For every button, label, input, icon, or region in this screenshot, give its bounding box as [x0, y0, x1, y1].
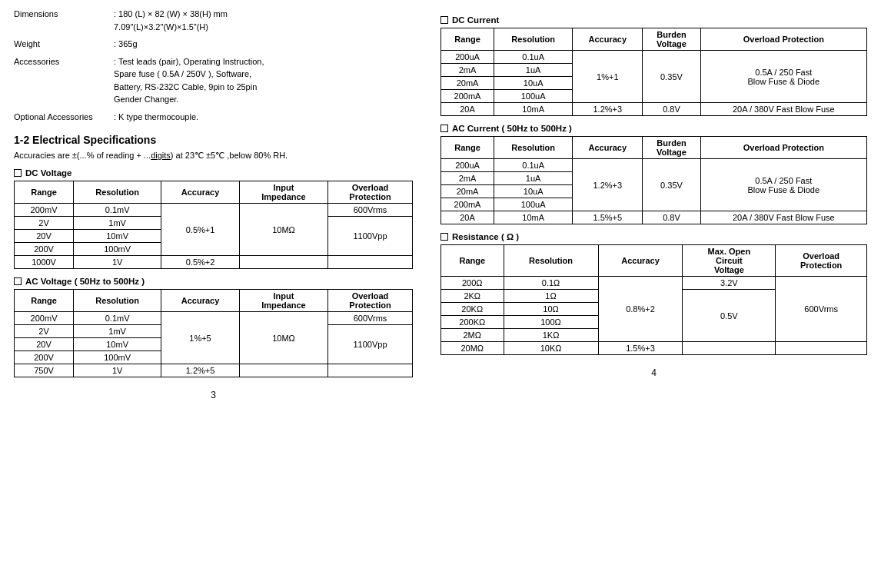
dc-current-col-range: Range	[441, 28, 494, 51]
ac-voltage-checkbox-icon	[14, 277, 22, 285]
optional-accessories-row: Optional Accessories : K type thermocoup…	[14, 111, 413, 124]
dc-voltage-col-impedance: InputImpedance	[239, 181, 327, 204]
dc-voltage-label: DC Voltage	[14, 168, 413, 178]
ac-current-label: AC Current ( 50Hz to 500Hz )	[440, 124, 867, 133]
dimensions-label: Dimensions	[14, 8, 114, 33]
dc-voltage-col-accuracy: Accuracy	[161, 181, 240, 204]
dc-current-col-protection: Overload Protection	[700, 28, 866, 51]
dc-voltage-col-range: Range	[15, 181, 74, 204]
accessories-label: Accessories	[14, 55, 114, 106]
table-row: 200Ω0.1Ω0.8%+23.2V600Vrms	[441, 277, 867, 290]
ac-current-col-range: Range	[441, 137, 494, 159]
dimensions-value: : 180 (L) × 82 (W) × 38(H) mm 7.09"(L)×3…	[114, 8, 413, 33]
ac-voltage-col-range: Range	[15, 290, 74, 312]
dc-current-checkbox-icon	[440, 16, 448, 24]
ac-current-table: Range Resolution Accuracy BurdenVoltage …	[440, 136, 867, 224]
table-row: 200mV0.1mV1%+510MΩ600Vrms	[15, 312, 413, 325]
ac-current-col-protection: Overload Protection	[700, 137, 866, 159]
resistance-label: Resistance ( Ω )	[440, 232, 867, 241]
dc-current-col-accuracy: Accuracy	[573, 28, 643, 51]
table-row: 20A10mA1.2%+30.8V20A / 380V Fast Blow Fu…	[441, 103, 867, 116]
ac-current-checkbox-icon	[440, 125, 448, 132]
electrical-specs-heading: 1-2 Electrical Specifications	[14, 134, 413, 146]
accessories-value: : Test leads (pair), Operating Instructi…	[114, 55, 413, 106]
resistance-col-range: Range	[441, 245, 504, 277]
table-row: 20A10mA1.5%+50.8V20A / 380V Fast Blow Fu…	[441, 211, 867, 224]
dc-current-label: DC Current	[440, 15, 867, 25]
dc-voltage-col-protection: OverloadProtection	[328, 181, 413, 204]
ac-current-col-resolution: Resolution	[494, 137, 573, 159]
table-row: 200uA0.1uA1%+10.35V0.5A / 250 FastBlow F…	[441, 51, 867, 64]
ac-current-col-burden: BurdenVoltage	[643, 137, 700, 159]
resistance-col-resolution: Resolution	[504, 245, 598, 277]
table-row: 1000V1V0.5%+2	[15, 256, 413, 269]
weight-label: Weight	[14, 38, 114, 51]
ac-voltage-table: Range Resolution Accuracy InputImpedance…	[14, 289, 413, 377]
table-row: 750V1V1.2%+5	[15, 364, 413, 377]
ac-current-col-accuracy: Accuracy	[573, 137, 643, 159]
dc-current-col-burden: BurdenVoltage	[643, 28, 700, 51]
page-right: DC Current Range Resolution Accuracy Bur…	[427, 0, 881, 588]
resistance-checkbox-icon	[440, 233, 448, 241]
dc-current-col-resolution: Resolution	[494, 28, 573, 51]
weight-value: : 365g	[114, 38, 413, 51]
table-row: 200mV0.1mV0.5%+110MΩ600Vrms	[15, 204, 413, 217]
dc-current-table: Range Resolution Accuracy BurdenVoltage …	[440, 28, 867, 116]
ac-voltage-label: AC Voltage ( 50Hz to 500Hz )	[14, 277, 413, 286]
dc-voltage-checkbox-icon	[14, 169, 22, 177]
resistance-col-max-open: Max. OpenCircuitVoltage	[683, 245, 776, 277]
ac-voltage-col-impedance: InputImpedance	[239, 290, 327, 312]
dc-voltage-col-resolution: Resolution	[74, 181, 161, 204]
weight-row: Weight : 365g	[14, 38, 413, 51]
ac-voltage-col-protection: OverloadProtection	[328, 290, 413, 312]
right-page-num: 4	[440, 367, 867, 378]
resistance-table: Range Resolution Accuracy Max. OpenCircu…	[440, 244, 867, 355]
resistance-col-accuracy: Accuracy	[598, 245, 683, 277]
optional-accessories-value: : K type thermocouple.	[114, 111, 413, 124]
ac-voltage-col-resolution: Resolution	[74, 290, 161, 312]
optional-accessories-label: Optional Accessories	[14, 111, 114, 124]
accessories-row: Accessories : Test leads (pair), Operati…	[14, 55, 413, 106]
accuracy-note: Accuracies are ±(...% of reading + ...di…	[14, 151, 413, 161]
page-left: Dimensions : 180 (L) × 82 (W) × 38(H) mm…	[0, 0, 427, 588]
dc-voltage-table: Range Resolution Accuracy InputImpedance…	[14, 181, 413, 269]
table-row: 200uA0.1uA1.2%+30.35V0.5A / 250 FastBlow…	[441, 159, 867, 172]
ac-voltage-col-accuracy: Accuracy	[161, 290, 240, 312]
left-page-num: 3	[14, 390, 413, 400]
resistance-col-protection: OverloadProtection	[776, 245, 867, 277]
dimensions-row: Dimensions : 180 (L) × 82 (W) × 38(H) mm…	[14, 8, 413, 33]
table-row: 20MΩ10KΩ1.5%+3	[441, 342, 867, 355]
